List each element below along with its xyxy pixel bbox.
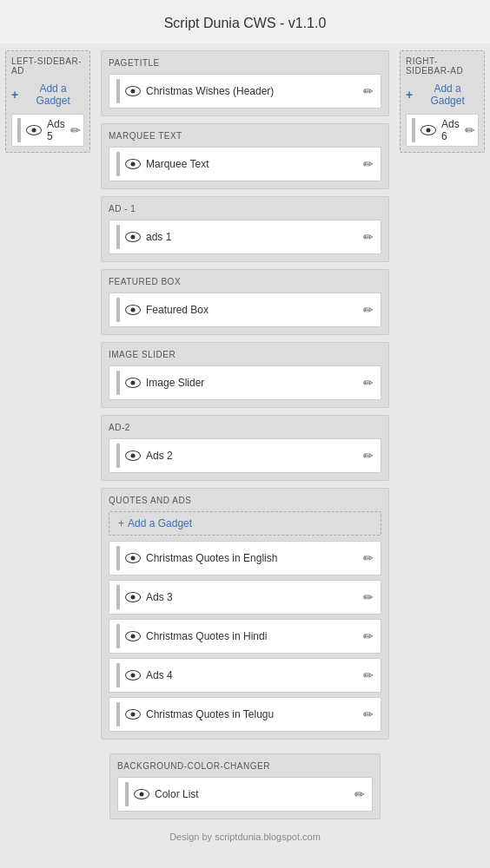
item-label: Ads 2 bbox=[146, 450, 358, 462]
section-pagetitle: PAGETITLE Christmas Wishes (Header) ✏ bbox=[101, 50, 389, 116]
section-quotesads-title: QUOTES AND ADS bbox=[109, 496, 381, 505]
plus-icon: + bbox=[406, 88, 413, 102]
section-item: Featured Box ✏ bbox=[109, 293, 381, 327]
section-item: Color List ✏ bbox=[117, 777, 373, 812]
edit-icon[interactable]: ✏ bbox=[363, 590, 374, 604]
quotesads-add-gadget-button[interactable]: + Add a Gadget bbox=[109, 511, 381, 536]
section-marquee-title: MARQUEE TEXT bbox=[109, 131, 381, 141]
drag-handle[interactable] bbox=[116, 546, 120, 570]
eye-icon[interactable] bbox=[125, 592, 141, 602]
item-label: ads 1 bbox=[146, 231, 358, 243]
section-bgcolor-title: BACKGROUND-COLOR-CHANGER bbox=[117, 761, 373, 771]
section-item: Ads 3 ✏ bbox=[109, 580, 381, 615]
drag-handle[interactable] bbox=[116, 298, 120, 322]
section-item: Ads 4 ✏ bbox=[109, 658, 381, 693]
drag-handle[interactable] bbox=[116, 702, 120, 727]
left-sidebar-title: LEFT-SIDEBAR-AD bbox=[11, 56, 84, 76]
right-sidebar-add-label: Add a Gadget bbox=[416, 82, 479, 107]
right-sidebar-gadget-label: Ads 6 bbox=[441, 118, 460, 142]
section-item: Christmas Quotes in Hindi ✏ bbox=[109, 619, 381, 654]
right-sidebar-add-gadget-button[interactable]: + Add a Gadget bbox=[406, 81, 479, 108]
drag-handle[interactable] bbox=[116, 225, 120, 249]
drag-handle[interactable] bbox=[116, 624, 120, 648]
eye-icon[interactable] bbox=[125, 305, 141, 315]
section-item: Christmas Quotes in Telugu ✏ bbox=[109, 697, 381, 732]
item-label: Christmas Quotes in Hindi bbox=[146, 630, 358, 642]
app-title: Script Dunia CWS - v1.1.0 bbox=[0, 0, 490, 43]
edit-icon[interactable]: ✏ bbox=[465, 123, 475, 137]
edit-icon[interactable]: ✏ bbox=[363, 157, 374, 171]
drag-handle[interactable] bbox=[17, 118, 21, 142]
eye-icon[interactable] bbox=[125, 232, 141, 242]
section-pagetitle-title: PAGETITLE bbox=[109, 58, 381, 68]
eye-icon[interactable] bbox=[125, 159, 141, 169]
section-item: ads 1 ✏ bbox=[109, 220, 381, 254]
eye-icon[interactable] bbox=[125, 378, 141, 388]
drag-handle[interactable] bbox=[116, 79, 120, 103]
eye-icon[interactable] bbox=[125, 553, 141, 563]
section-marquee: MARQUEE TEXT Marquee Text ✏ bbox=[101, 123, 389, 189]
left-sidebar-gadget-item: Ads 5 ✏ bbox=[11, 114, 84, 147]
item-label: Image Slider bbox=[146, 377, 358, 389]
edit-icon[interactable]: ✏ bbox=[363, 449, 374, 463]
drag-handle[interactable] bbox=[116, 152, 120, 176]
section-ad2: AD-2 Ads 2 ✏ bbox=[101, 415, 389, 481]
left-sidebar-gadget-label: Ads 5 bbox=[47, 118, 65, 142]
drag-handle[interactable] bbox=[125, 782, 129, 806]
item-label: Color List bbox=[155, 788, 349, 800]
drag-handle[interactable] bbox=[116, 444, 120, 468]
center-content: PAGETITLE Christmas Wishes (Header) ✏ MA… bbox=[96, 43, 394, 746]
section-item: Christmas Wishes (Header) ✏ bbox=[109, 74, 381, 108]
section-imageslider-title: IMAGE SLIDER bbox=[109, 350, 381, 359]
section-featured: FEATURED BOX Featured Box ✏ bbox=[101, 269, 389, 335]
eye-icon[interactable] bbox=[125, 631, 141, 641]
item-label: Christmas Wishes (Header) bbox=[146, 85, 358, 97]
section-ad1: AD - 1 ads 1 ✏ bbox=[101, 196, 389, 262]
plus-icon: + bbox=[11, 88, 18, 102]
eye-icon[interactable] bbox=[134, 789, 149, 799]
section-item: Image Slider ✏ bbox=[109, 365, 381, 400]
footer-text: Design by scriptdunia.blogspot.com bbox=[0, 819, 490, 851]
edit-icon[interactable]: ✏ bbox=[363, 629, 374, 643]
eye-icon[interactable] bbox=[125, 86, 141, 96]
item-label: Ads 4 bbox=[146, 669, 358, 681]
drag-handle[interactable] bbox=[116, 663, 120, 687]
edit-icon[interactable]: ✏ bbox=[363, 230, 374, 244]
item-label: Christmas Quotes in Telugu bbox=[146, 708, 358, 720]
drag-handle[interactable] bbox=[116, 585, 120, 609]
left-sidebar-add-gadget-button[interactable]: + Add a Gadget bbox=[11, 81, 84, 108]
section-featured-title: FEATURED BOX bbox=[109, 277, 381, 286]
item-label: Marquee Text bbox=[146, 158, 358, 170]
drag-handle[interactable] bbox=[116, 371, 120, 395]
eye-icon[interactable] bbox=[125, 670, 141, 681]
edit-icon[interactable]: ✏ bbox=[354, 787, 365, 801]
left-sidebar-panel: LEFT-SIDEBAR-AD + Add a Gadget Ads 5 ✏ bbox=[0, 43, 96, 746]
right-sidebar-panel: RIGHT-SIDEBAR-AD + Add a Gadget Ads 6 ✏ bbox=[394, 43, 490, 746]
edit-icon[interactable]: ✏ bbox=[363, 84, 374, 98]
drag-handle[interactable] bbox=[412, 118, 415, 142]
edit-icon[interactable]: ✏ bbox=[70, 123, 81, 137]
eye-icon[interactable] bbox=[125, 450, 141, 461]
eye-icon[interactable] bbox=[125, 709, 141, 720]
section-imageslider: IMAGE SLIDER Image Slider ✏ bbox=[101, 342, 389, 408]
section-ad1-title: AD - 1 bbox=[109, 204, 381, 214]
edit-icon[interactable]: ✏ bbox=[363, 551, 374, 565]
section-item: Christmas Quotes in English ✏ bbox=[109, 541, 381, 575]
section-ad2-title: AD-2 bbox=[109, 423, 381, 432]
bottom-section-wrapper: BACKGROUND-COLOR-CHANGER Color List ✏ bbox=[0, 746, 490, 819]
item-label: Featured Box bbox=[146, 304, 358, 316]
section-item: Ads 2 ✏ bbox=[109, 438, 381, 473]
edit-icon[interactable]: ✏ bbox=[363, 668, 374, 682]
section-quotesads: QUOTES AND ADS + Add a Gadget Christmas … bbox=[101, 488, 389, 740]
eye-icon[interactable] bbox=[420, 125, 436, 135]
right-sidebar-gadget-item: Ads 6 ✏ bbox=[406, 114, 479, 147]
edit-icon[interactable]: ✏ bbox=[363, 707, 374, 721]
section-bgcolor: BACKGROUND-COLOR-CHANGER Color List ✏ bbox=[109, 753, 381, 819]
item-label: Ads 3 bbox=[146, 591, 358, 603]
plus-icon: + bbox=[118, 517, 124, 529]
left-sidebar-add-label: Add a Gadget bbox=[22, 82, 84, 107]
quotesads-add-label: Add a Gadget bbox=[128, 517, 192, 529]
edit-icon[interactable]: ✏ bbox=[363, 303, 374, 317]
edit-icon[interactable]: ✏ bbox=[363, 376, 374, 390]
eye-icon[interactable] bbox=[26, 125, 42, 135]
